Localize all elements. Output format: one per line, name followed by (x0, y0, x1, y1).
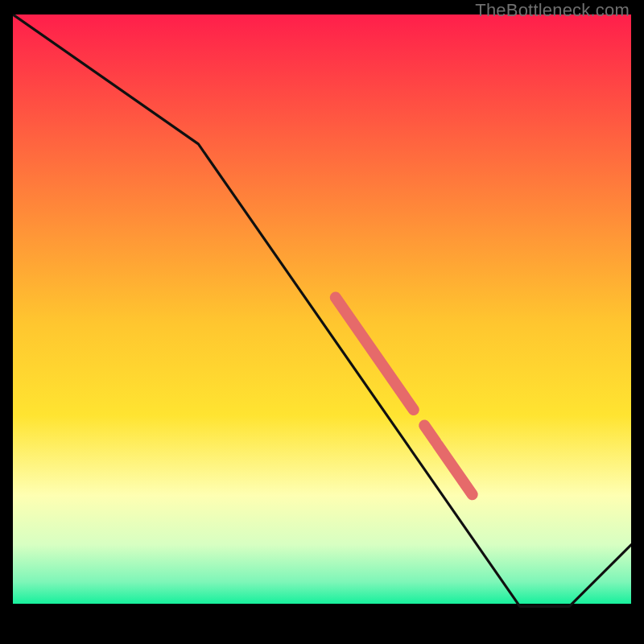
bottleneck-chart (13, 14, 631, 631)
watermark-text: TheBottleneck.com (475, 0, 630, 21)
